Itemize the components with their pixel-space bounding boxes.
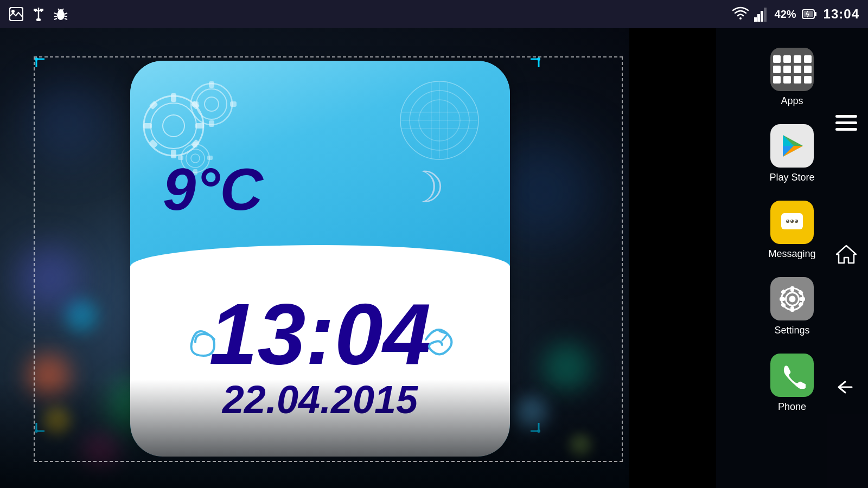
sidebar-item-playstore[interactable]: Play Store bbox=[754, 115, 830, 192]
svg-rect-92 bbox=[835, 121, 857, 124]
status-time: 13:04 bbox=[824, 7, 859, 22]
home-button[interactable] bbox=[830, 239, 863, 274]
svg-point-77 bbox=[787, 220, 788, 221]
svg-point-78 bbox=[791, 220, 792, 221]
messaging-icon bbox=[770, 201, 814, 244]
messaging-label: Messaging bbox=[768, 248, 815, 260]
corner-tr bbox=[525, 56, 541, 73]
menu-button[interactable] bbox=[830, 110, 863, 141]
svg-rect-24 bbox=[764, 8, 767, 22]
battery-icon bbox=[802, 7, 818, 22]
svg-rect-49 bbox=[192, 101, 199, 107]
svg-rect-91 bbox=[835, 115, 857, 118]
wifi-icon bbox=[732, 7, 749, 22]
time-container: 13:04 bbox=[209, 301, 431, 377]
svg-rect-86 bbox=[780, 297, 785, 301]
svg-line-13 bbox=[54, 13, 57, 14]
widget-top: 9°C ☽ bbox=[130, 61, 510, 267]
sidebar-item-phone[interactable]: Phone bbox=[754, 345, 830, 421]
svg-point-82 bbox=[789, 296, 795, 302]
wallpaper: 9°C ☽ 13:04 22.04.2015 bbox=[0, 28, 629, 488]
right-swirl bbox=[420, 318, 458, 361]
svg-line-15 bbox=[54, 18, 57, 20]
svg-line-20 bbox=[62, 9, 63, 10]
svg-point-79 bbox=[795, 220, 796, 221]
svg-rect-38 bbox=[143, 123, 152, 129]
svg-point-34 bbox=[163, 115, 184, 137]
svg-point-44 bbox=[196, 89, 227, 119]
cloud-decoration bbox=[385, 66, 494, 164]
svg-point-29 bbox=[537, 57, 540, 61]
svg-rect-83 bbox=[790, 286, 794, 292]
phone-label: Phone bbox=[778, 401, 806, 413]
playstore-icon bbox=[770, 124, 814, 168]
svg-line-19 bbox=[58, 9, 59, 10]
left-swirl bbox=[182, 312, 225, 367]
svg-rect-46 bbox=[209, 81, 214, 88]
time-display: 13:04 bbox=[209, 291, 431, 377]
wave-top bbox=[130, 245, 510, 288]
nav-buttons bbox=[825, 28, 868, 488]
svg-point-33 bbox=[151, 103, 196, 149]
battery-percent: 42% bbox=[775, 8, 796, 21]
svg-rect-37 bbox=[195, 123, 204, 129]
svg-rect-26 bbox=[814, 12, 816, 16]
svg-rect-21 bbox=[754, 17, 757, 22]
svg-rect-93 bbox=[835, 128, 857, 131]
svg-rect-23 bbox=[761, 11, 763, 22]
svg-line-18 bbox=[65, 18, 67, 20]
apps-icon bbox=[770, 48, 814, 91]
gallery-icon bbox=[9, 7, 24, 22]
svg-point-74 bbox=[786, 220, 789, 223]
sidebar-item-apps[interactable]: Apps bbox=[754, 39, 830, 115]
svg-point-76 bbox=[795, 220, 798, 223]
grid-dots bbox=[773, 55, 812, 84]
svg-rect-85 bbox=[800, 297, 805, 301]
usb-icon bbox=[33, 7, 44, 22]
svg-point-75 bbox=[790, 220, 794, 223]
svg-rect-22 bbox=[757, 14, 760, 22]
svg-point-2 bbox=[11, 10, 15, 13]
moon-icon: ☽ bbox=[406, 162, 445, 213]
settings-label: Settings bbox=[774, 325, 809, 336]
temperature-display: 9°C bbox=[163, 155, 263, 223]
status-left-icons bbox=[9, 7, 68, 22]
svg-point-45 bbox=[205, 97, 219, 111]
back-button[interactable] bbox=[830, 372, 863, 407]
settings-icon bbox=[770, 277, 814, 320]
svg-point-28 bbox=[35, 57, 38, 61]
svg-rect-35 bbox=[171, 93, 176, 102]
status-right-icons: 42% 13:04 bbox=[732, 7, 859, 22]
svg-rect-84 bbox=[790, 306, 794, 312]
signal-icon bbox=[754, 7, 769, 22]
playstore-label: Play Store bbox=[769, 172, 814, 183]
svg-rect-47 bbox=[209, 120, 214, 127]
sidebar-item-settings[interactable]: Settings bbox=[754, 268, 830, 345]
bottom-bg bbox=[0, 380, 629, 488]
svg-line-16 bbox=[65, 13, 67, 14]
svg-rect-4 bbox=[36, 18, 41, 21]
corner-tl bbox=[34, 56, 50, 73]
svg-rect-48 bbox=[230, 101, 237, 107]
svg-rect-53 bbox=[193, 142, 197, 147]
sidebar-item-messaging[interactable]: Messaging bbox=[754, 192, 830, 268]
phone-icon bbox=[770, 354, 814, 397]
apps-label: Apps bbox=[781, 95, 803, 107]
status-bar: 42% 13:04 bbox=[0, 0, 868, 28]
bug-icon bbox=[53, 7, 68, 22]
